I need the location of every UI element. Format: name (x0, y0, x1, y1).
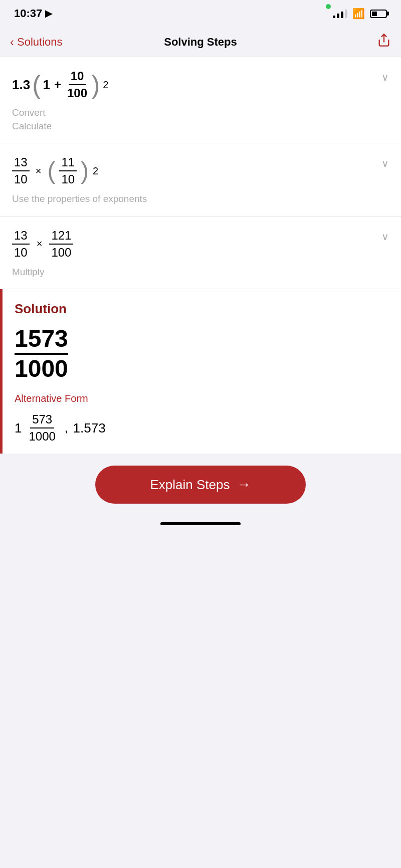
step-2: 13 10 × ( 11 10 ) 2 Use the properties o… (0, 143, 401, 216)
step-2-description: Use the properties of exponents (12, 192, 389, 206)
alt-numerator: 573 (30, 412, 54, 428)
chevron-left-icon: ‹ (10, 35, 14, 49)
status-bar: 10:37 ▶ 📶 (0, 0, 401, 27)
comma-separator: , (65, 421, 68, 435)
back-label[interactable]: Solutions (17, 36, 63, 49)
wifi-icon: 📶 (352, 8, 365, 20)
frac-numerator: 13 (12, 155, 30, 171)
explain-steps-button[interactable]: Explain Steps → (95, 466, 306, 504)
home-bar (160, 522, 241, 525)
step-3-chevron[interactable]: ∨ (381, 231, 389, 243)
alt-denominator: 1000 (27, 428, 57, 444)
content-area: 1.3 ( 1 + 10 100 ) 2 ConvertCalculate ∨ … (0, 57, 401, 454)
frac-numerator: 13 (12, 229, 30, 245)
solution-fraction: 1573 1000 (15, 327, 68, 381)
alt-form-label: Alternative Form (15, 393, 389, 404)
alt-whole: 1 (15, 420, 22, 436)
step-3-expression: 13 10 × 121 100 (12, 229, 389, 260)
green-dot (326, 4, 331, 9)
arrow-icon: → (237, 477, 251, 493)
location-icon: ▶ (45, 8, 52, 19)
fraction-121-100: 121 100 (49, 229, 73, 260)
alt-fraction: 573 1000 (27, 412, 57, 444)
fraction-10-100: 10 100 (65, 69, 89, 100)
close-paren-2: ) (81, 159, 89, 183)
nav-bar: ‹ Solutions Solving Steps (0, 27, 401, 57)
button-container: Explain Steps → (0, 454, 401, 516)
term-1: 1 (43, 77, 50, 93)
step-3: 13 10 × 121 100 Multiply ∨ (0, 216, 401, 290)
close-paren: ) (91, 72, 100, 98)
fraction-11-10: 11 10 (59, 155, 77, 186)
share-button[interactable] (377, 33, 391, 51)
frac-denominator: 10 (12, 245, 30, 260)
frac-denominator: 10 (59, 171, 77, 186)
signal-icon (333, 9, 347, 18)
step-2-expression: 13 10 × ( 11 10 ) 2 (12, 155, 389, 186)
fraction-13-10: 13 10 (12, 155, 30, 186)
step-1-expression: 1.3 ( 1 + 10 100 ) 2 (12, 69, 389, 100)
multiply-sign: × (36, 165, 42, 177)
frac-denominator: 100 (65, 85, 89, 100)
alt-form-expression: 1 573 1000 , 1.573 (15, 412, 389, 444)
step-2-chevron[interactable]: ∨ (381, 157, 389, 169)
alt-decimal: 1.573 (73, 420, 106, 436)
frac-numerator: 11 (59, 155, 77, 171)
home-indicator (0, 516, 401, 536)
plus-sign: + (54, 78, 61, 92)
solution-denominator: 1000 (15, 355, 68, 381)
time-display: 10:37 (14, 7, 42, 20)
coefficient: 1.3 (12, 77, 30, 93)
frac-numerator: 10 (69, 69, 86, 85)
status-time: 10:37 ▶ (14, 7, 52, 20)
back-button[interactable]: ‹ Solutions (10, 35, 63, 49)
frac-denominator: 100 (49, 245, 73, 260)
frac-denominator: 10 (12, 171, 30, 186)
open-paren: ( (32, 72, 41, 98)
open-paren-2: ( (47, 159, 55, 183)
step-1: 1.3 ( 1 + 10 100 ) 2 ConvertCalculate ∨ (0, 57, 401, 143)
battery-fill (372, 12, 377, 16)
frac-numerator: 121 (49, 229, 73, 245)
fraction-13-10b: 13 10 (12, 229, 30, 260)
battery-icon (370, 10, 387, 18)
solution-label: Solution (15, 301, 389, 317)
status-icons: 📶 (333, 8, 387, 20)
step-1-description: ConvertCalculate (12, 106, 389, 133)
page-title: Solving Steps (164, 36, 237, 49)
step-1-chevron[interactable]: ∨ (381, 71, 389, 83)
explain-steps-label: Explain Steps (150, 477, 230, 493)
solution-section: Solution 1573 1000 Alternative Form 1 57… (0, 289, 401, 454)
solution-numerator: 1573 (15, 327, 68, 355)
step-3-description: Multiply (12, 266, 389, 279)
multiply-sign-2: × (37, 238, 43, 250)
